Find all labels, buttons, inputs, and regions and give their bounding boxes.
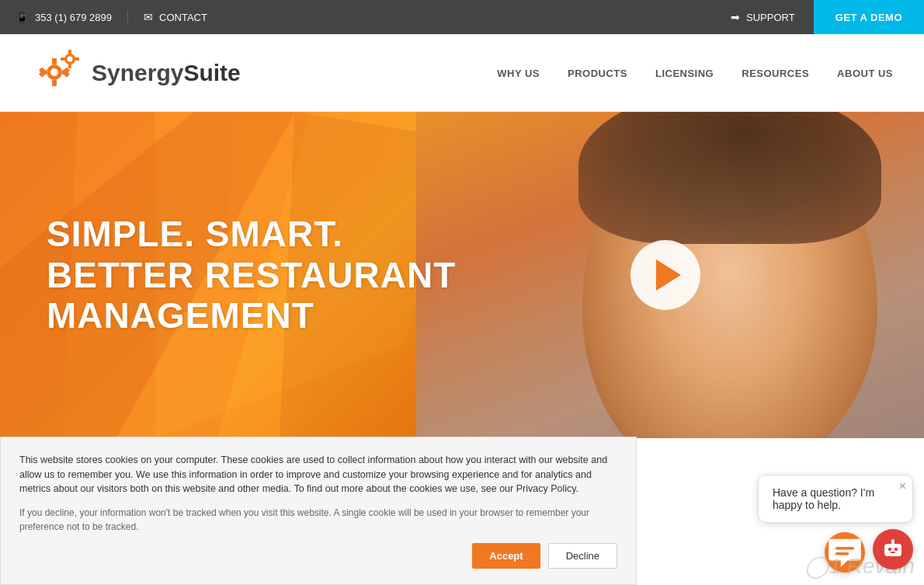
svg-point-1 bbox=[50, 68, 58, 76]
svg-rect-15 bbox=[61, 57, 65, 61]
nav-item-why-us[interactable]: WHY US bbox=[497, 66, 540, 80]
phone-icon bbox=[16, 11, 29, 23]
support-link[interactable]: SUPPORT bbox=[712, 0, 814, 34]
nav-item-licensing[interactable]: LICENSING bbox=[655, 66, 714, 80]
top-bar-right: SUPPORT GET A DEMO bbox=[712, 0, 924, 34]
svg-rect-13 bbox=[68, 64, 71, 68]
nav-item-resources[interactable]: RESOURCES bbox=[742, 66, 809, 80]
logo-text: SynergySuite bbox=[92, 60, 241, 86]
cookie-banner: This website stores cookies on your comp… bbox=[0, 437, 637, 438]
contact-label: CONTACT bbox=[159, 12, 207, 23]
support-label: SUPPORT bbox=[746, 12, 795, 23]
person-hair bbox=[578, 112, 881, 244]
svg-rect-3 bbox=[52, 80, 57, 86]
logo-text-light: Synergy bbox=[92, 60, 183, 85]
nav-links: WHY US PRODUCTS LICENSING RESOURCES ABOU… bbox=[497, 66, 893, 80]
hero-section: SIMPLE. SMART. BETTER RESTAURANT MANAGEM… bbox=[0, 112, 924, 438]
demo-button[interactable]: GET A DEMO bbox=[814, 0, 924, 34]
hero-content: SIMPLE. SMART. BETTER RESTAURANT MANAGEM… bbox=[0, 112, 554, 438]
hero-title: SIMPLE. SMART. BETTER RESTAURANT MANAGEM… bbox=[47, 214, 508, 337]
nav-item-products[interactable]: PRODUCTS bbox=[568, 66, 627, 80]
nav-link-products[interactable]: PRODUCTS bbox=[568, 68, 627, 79]
hero-line3: MANAGEMENT bbox=[47, 295, 314, 336]
svg-point-11 bbox=[68, 56, 73, 61]
logo-text-bold: Suite bbox=[183, 60, 240, 85]
hero-line2: BETTER RESTAURANT bbox=[47, 255, 456, 295]
play-button[interactable] bbox=[630, 240, 700, 310]
contact-link[interactable]: CONTACT bbox=[128, 11, 223, 23]
nav-link-why-us[interactable]: WHY US bbox=[497, 68, 540, 79]
nav-item-about-us[interactable]: ABOUT US bbox=[837, 66, 893, 80]
nav-link-licensing[interactable]: LICENSING bbox=[655, 68, 714, 79]
phone-section: 353 (1) 679 2899 bbox=[0, 11, 128, 23]
nav-bar: SynergySuite WHY US PRODUCTS LICENSING R… bbox=[0, 34, 924, 112]
top-bar-left: 353 (1) 679 2899 CONTACT bbox=[0, 11, 712, 23]
logo[interactable]: SynergySuite bbox=[31, 46, 241, 100]
hero-line1: SIMPLE. SMART. bbox=[47, 214, 343, 254]
signin-icon bbox=[731, 11, 740, 23]
logo-icon bbox=[31, 46, 85, 100]
envelope-icon bbox=[144, 11, 153, 23]
svg-rect-14 bbox=[75, 57, 79, 61]
nav-link-about-us[interactable]: ABOUT US bbox=[837, 68, 893, 79]
phone-number: 353 (1) 679 2899 bbox=[35, 12, 112, 23]
top-bar: 353 (1) 679 2899 CONTACT SUPPORT GET A D… bbox=[0, 0, 924, 34]
nav-link-resources[interactable]: RESOURCES bbox=[742, 68, 809, 79]
demo-label: GET A DEMO bbox=[835, 12, 902, 23]
svg-rect-12 bbox=[68, 50, 71, 54]
svg-rect-2 bbox=[52, 58, 57, 64]
